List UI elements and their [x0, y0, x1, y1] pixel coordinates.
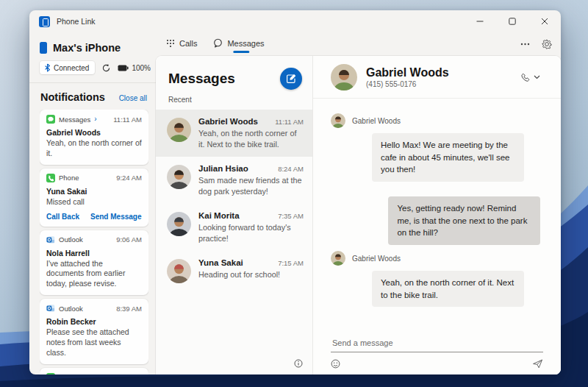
tab-calls[interactable]: Calls — [163, 35, 200, 54]
notification-action-send-message[interactable]: Send Message — [90, 213, 141, 221]
sender-name: Gabriel Woods — [352, 117, 401, 125]
titlebar: Phone Link — [29, 10, 561, 32]
window-controls — [464, 10, 561, 32]
info-button[interactable] — [294, 359, 303, 368]
conversation-time: 7:15 AM — [278, 259, 304, 267]
notification-action-call-back[interactable]: Call Back — [46, 213, 79, 221]
conversation-item[interactable]: Gabriel Woods 11:11 AM Yeah, on the nort… — [156, 110, 312, 157]
device-sidebar: Max's iPhone Connected 100% Notification… — [29, 32, 156, 374]
message-sender-row: Gabriel Woods — [331, 113, 542, 128]
outlook-app-icon — [46, 304, 55, 313]
incoming-message-bubble: Hello Max! We are meeting by the cafe in… — [372, 133, 524, 182]
contact-info: Gabriel Woods (415) 555-0176 — [366, 66, 449, 88]
battery-percent: 100% — [132, 64, 151, 72]
conversation-time: 8:24 AM — [278, 165, 304, 173]
messages-app-icon — [46, 373, 55, 374]
chat-bubble-icon — [213, 38, 223, 48]
conversation-item[interactable]: Kai Morita 7:35 AM Looking forward to to… — [156, 204, 312, 251]
conversation-name: Kai Morita — [198, 211, 240, 220]
notification-app-name: Phone — [59, 174, 79, 182]
conversation-time: 11:11 AM — [275, 118, 304, 126]
conversation-avatar — [167, 212, 191, 236]
outgoing-message-bubble: Yes, getting ready now! Remind me, is th… — [388, 196, 540, 245]
refresh-button[interactable] — [101, 63, 111, 73]
messages-list-panel: Messages Recent Gabriel Woods 11:11 AM — [156, 56, 313, 374]
contact-name: Gabriel Woods — [366, 66, 449, 79]
device-status-row: Connected 100% — [40, 61, 148, 74]
recent-section-label: Recent — [156, 91, 312, 110]
contact-avatar — [331, 64, 357, 90]
sender-name: Gabriel Woods — [352, 255, 401, 263]
notification-card[interactable]: Outlook › 9:06 AM Nola Harrell I've atta… — [40, 230, 148, 296]
notification-card[interactable]: Messages › 11:11 AM Gabriel Woods Yeah, … — [40, 110, 148, 165]
window-title: Phone Link — [57, 17, 96, 26]
notification-time: 9:24 AM — [116, 174, 142, 182]
notification-card[interactable]: Outlook › 8:39 AM Robin Becker Please se… — [40, 299, 148, 364]
phone-call-icon — [520, 73, 530, 82]
notification-card[interactable]: Phone › 9:24 AM Yuna Sakai Missed call C… — [40, 168, 148, 227]
new-message-button[interactable] — [280, 68, 302, 90]
notification-time: 8:24 AM — [116, 373, 142, 374]
message-sender-row: Gabriel Woods — [331, 251, 542, 266]
settings-gear-icon[interactable] — [542, 39, 552, 49]
notification-app-name: Outlook — [59, 235, 83, 244]
phone-link-app-icon — [39, 16, 50, 27]
phone-app-icon — [46, 174, 55, 182]
notification-body: Yeah, on the north corner of it. — [46, 138, 142, 159]
close-all-link[interactable]: Close all — [119, 94, 147, 102]
notification-app-name: Messages — [59, 373, 90, 374]
conversation-list: Gabriel Woods 11:11 AM Yeah, on the nort… — [156, 110, 312, 374]
conversation-name: Julian Hsiao — [198, 164, 248, 173]
tab-calls-label: Calls — [179, 39, 197, 48]
call-button[interactable] — [516, 70, 545, 85]
bluetooth-icon — [44, 63, 51, 72]
chevron-down-icon — [534, 75, 540, 79]
conversation-item[interactable]: Yuna Sakai 7:15 AM Heading out for schoo… — [156, 251, 312, 291]
messages-app-icon — [46, 115, 55, 124]
contact-phone-number: (415) 555-0176 — [366, 80, 449, 88]
main-top-bar: Calls Messages — [156, 32, 561, 56]
device-header: Max's iPhone — [40, 42, 148, 54]
messages-panel-title: Messages — [168, 71, 235, 87]
connected-label: Connected — [54, 64, 89, 72]
minimize-button[interactable] — [464, 10, 496, 32]
notification-sender: Yuna Sakai — [46, 187, 142, 196]
device-name: Max's iPhone — [53, 42, 121, 54]
tab-messages[interactable]: Messages — [210, 35, 267, 54]
compose-icon — [286, 74, 296, 84]
phone-link-window: Phone Link Max's iPhone Connected — [29, 10, 561, 374]
close-button[interactable] — [528, 10, 561, 32]
chat-message-thread: Gabriel WoodsHello Max! We are meeting b… — [313, 99, 561, 334]
send-button[interactable] — [532, 359, 543, 369]
connected-status: Connected — [40, 61, 95, 74]
conversation-avatar — [167, 118, 191, 142]
notification-app-name: Messages — [59, 116, 90, 124]
battery-icon — [118, 65, 129, 71]
maximize-button[interactable] — [496, 10, 528, 32]
notification-app-name: Outlook — [59, 305, 83, 313]
notifications-list: Messages › 11:11 AM Gabriel Woods Yeah, … — [40, 110, 148, 374]
more-options-button[interactable] — [520, 43, 530, 46]
chat-header: Gabriel Woods (415) 555-0176 — [313, 56, 561, 98]
notification-body: I've attached the documents from earlier… — [46, 259, 142, 290]
tab-messages-label: Messages — [227, 39, 264, 48]
conversation-preview: Looking forward to today's practice! — [198, 222, 304, 244]
conversation-avatar — [167, 165, 191, 189]
message-input[interactable] — [331, 334, 543, 352]
incoming-message-row: Hello Max! We are meeting by the cafe in… — [331, 128, 542, 182]
conversation-item[interactable]: Julian Hsiao 8:24 AM Sam made new friend… — [156, 157, 312, 204]
notification-card[interactable]: Messages › 8:24 AM Julian Hsiao Sam made… — [40, 368, 148, 374]
notification-time: 11:11 AM — [113, 116, 142, 124]
notification-sender: Robin Becker — [46, 317, 142, 326]
iphone-icon — [40, 42, 47, 54]
notification-actions: Call BackSend Message — [46, 213, 142, 221]
conversation-preview: Heading out for school! — [198, 269, 304, 280]
emoji-button[interactable] — [331, 359, 340, 369]
conversation-name: Gabriel Woods — [198, 117, 258, 126]
incoming-message-row: Yeah, on the north corner of it. Next to… — [331, 266, 542, 307]
sender-avatar — [331, 113, 345, 128]
outlook-app-icon — [46, 235, 55, 244]
composer-toolbar — [331, 359, 543, 369]
incoming-message-bubble: Yeah, on the north corner of it. Next to… — [372, 271, 524, 307]
notifications-header: Notifications Close all — [40, 91, 147, 103]
